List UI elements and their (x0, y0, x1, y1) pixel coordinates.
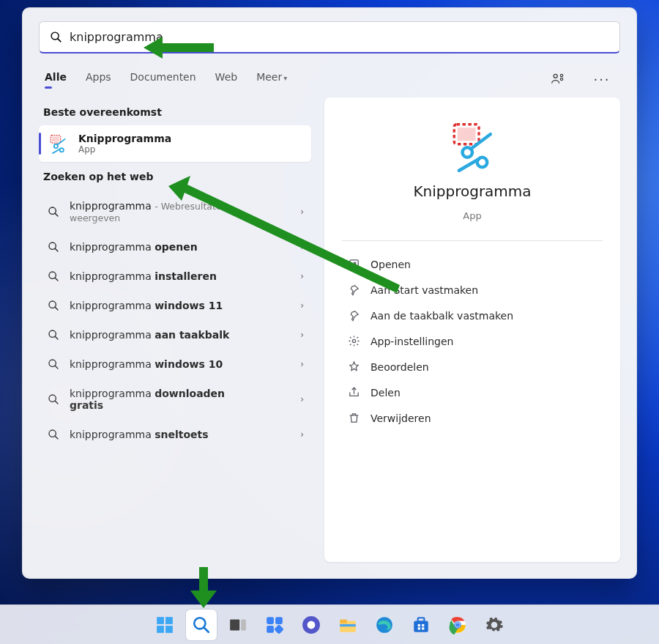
search-icon (48, 300, 59, 311)
chrome-icon (448, 615, 467, 634)
web-result-item[interactable]: knipprogramma openen› (39, 232, 311, 262)
chevron-right-icon[interactable]: › (300, 242, 304, 252)
search-icon (48, 329, 59, 341)
taskview-icon (228, 615, 247, 634)
tab-label: Apps (86, 71, 111, 83)
preview-title: Knipprogramma (413, 182, 531, 200)
svg-point-8 (554, 74, 557, 78)
search-icon (50, 31, 62, 43)
action-label: Verwijderen (371, 412, 431, 424)
taskbar-store[interactable] (406, 610, 436, 640)
svg-point-10 (560, 78, 562, 80)
tab-label: Web (215, 71, 238, 83)
web-result-item[interactable]: knipprogramma windows 10› (39, 349, 311, 379)
pin-icon (348, 284, 360, 296)
filter-tabbar: Alle Apps Documenten Web Meer▾ ··· (23, 59, 636, 93)
web-result-item[interactable]: knipprogramma windows 11› (39, 291, 311, 320)
svg-point-40 (455, 623, 460, 627)
tab-web[interactable]: Web (215, 65, 238, 93)
open-icon (348, 258, 360, 270)
preview-subtitle: App (463, 210, 481, 221)
web-result-item[interactable]: knipprogramma aan taakbalk› (39, 320, 311, 349)
widgets-icon (265, 615, 284, 634)
tab-more[interactable]: Meer▾ (256, 65, 287, 93)
settings-icon (348, 335, 360, 347)
web-result-text: knipprogramma installeren (70, 270, 217, 282)
web-result-text: knipprogramma downloaden gratis (70, 388, 260, 411)
web-result-text: knipprogramma aan taakbalk (70, 329, 229, 341)
svg-line-18 (204, 627, 209, 632)
chevron-right-icon[interactable]: › (300, 394, 304, 404)
svg-rect-36 (422, 627, 424, 629)
action-openen[interactable]: Openen (345, 251, 600, 277)
action-aan-de-taakbalk-vastmaken[interactable]: Aan de taakbalk vastmaken (345, 303, 600, 328)
search-input[interactable] (62, 30, 609, 44)
search-account-button[interactable] (546, 67, 570, 92)
taskbar-chrome[interactable] (442, 610, 473, 640)
pin-icon (348, 309, 360, 322)
search-icon (48, 358, 59, 370)
store-icon (412, 615, 431, 634)
svg-rect-13 (157, 617, 164, 624)
chevron-down-icon: ▾ (283, 74, 287, 82)
taskbar-start[interactable] (149, 610, 180, 640)
taskbar-taskview[interactable] (223, 610, 253, 640)
best-match-subtitle: App (78, 144, 171, 155)
tab-documents[interactable]: Documenten (130, 65, 196, 93)
taskbar-explorer[interactable] (332, 610, 363, 640)
taskbar-settings[interactable] (479, 610, 510, 640)
preview-pane: Knipprogramma App OpenenAan Start vastma… (324, 97, 620, 562)
chevron-right-icon[interactable]: › (300, 429, 304, 440)
action-beoordelen[interactable]: Beoordelen (345, 354, 600, 380)
preview-hero: Knipprogramma App (345, 119, 600, 237)
tab-apps[interactable]: Apps (86, 65, 111, 93)
chevron-right-icon[interactable]: › (300, 300, 304, 311)
web-result-item[interactable]: knipprogramma installeren› (39, 262, 311, 291)
taskbar-search[interactable] (186, 610, 217, 640)
action-label: Aan de taakbalk vastmaken (371, 310, 513, 322)
action-verwijderen[interactable]: Verwijderen (345, 405, 600, 431)
taskbar-widgets[interactable] (259, 610, 290, 640)
svg-rect-31 (414, 621, 428, 632)
taskbar-teams[interactable] (296, 610, 327, 640)
search-icon (48, 206, 59, 218)
trash-icon (348, 412, 360, 424)
results-column: Beste overeenkomst Knipprogramma App Zoe… (39, 97, 311, 562)
search-icon (192, 615, 211, 634)
more-options-button[interactable]: ··· (589, 67, 614, 92)
action-delen[interactable]: Delen (345, 380, 600, 405)
action-aan-start-vastmaken[interactable]: Aan Start vastmaken (345, 277, 600, 303)
best-match-heading: Beste overeenkomst (39, 97, 311, 125)
best-match-result[interactable]: Knipprogramma App (39, 125, 311, 162)
web-result-item[interactable]: knipprogramma sneltoets› (39, 420, 311, 449)
taskbar-edge[interactable] (369, 610, 400, 640)
tab-label: Alle (45, 71, 67, 83)
action-label: Delen (371, 387, 401, 399)
snipping-tool-icon (48, 133, 68, 154)
svg-rect-22 (275, 617, 283, 624)
svg-point-9 (560, 74, 562, 76)
settings-icon (485, 615, 504, 634)
teams-icon (302, 615, 321, 634)
start-icon (155, 615, 174, 634)
svg-rect-19 (230, 619, 239, 630)
svg-point-12 (352, 339, 355, 342)
tab-all[interactable]: Alle (45, 65, 67, 93)
search-box-wrap (23, 8, 636, 59)
web-result-item[interactable]: knipprogramma downloaden gratis› (39, 379, 311, 420)
start-search-panel: Alle Apps Documenten Web Meer▾ ··· Beste… (22, 7, 637, 579)
search-box[interactable] (39, 21, 620, 53)
web-result-item[interactable]: knipprogramma - Webresultaten weergeven› (39, 191, 311, 232)
chevron-right-icon[interactable]: › (300, 207, 304, 217)
chevron-right-icon[interactable]: › (300, 271, 304, 281)
svg-rect-14 (165, 617, 173, 624)
svg-rect-15 (157, 626, 164, 633)
chevron-right-icon[interactable]: › (300, 359, 304, 369)
share-icon (348, 386, 360, 399)
search-icon (48, 429, 59, 440)
tab-label: Meer (256, 71, 282, 83)
chevron-right-icon[interactable]: › (300, 330, 304, 340)
action-app-instellingen[interactable]: App-instellingen (345, 328, 600, 354)
svg-rect-24 (274, 624, 284, 634)
svg-rect-23 (267, 626, 274, 633)
